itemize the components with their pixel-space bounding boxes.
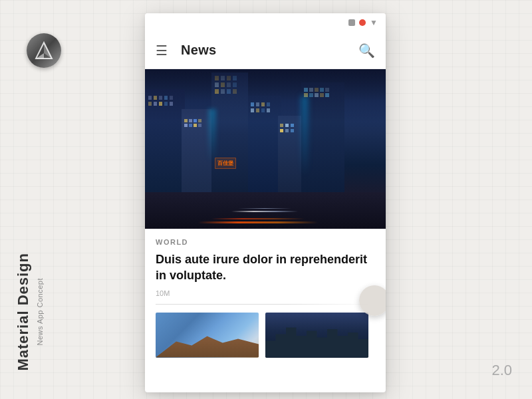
status-dot-circle <box>359 19 366 26</box>
neon-sign: 百佳堡 <box>215 158 236 169</box>
article-category: WORLD <box>156 238 375 246</box>
hero-image: 百佳堡 <box>145 69 386 229</box>
card-thumbnail-2[interactable] <box>265 313 368 358</box>
menu-icon[interactable]: ☰ <box>156 44 168 57</box>
card-thumbnail-1[interactable] <box>156 313 259 358</box>
logo <box>27 33 61 68</box>
status-bar: ▼ <box>145 13 386 32</box>
app-title: News <box>181 43 358 58</box>
content-area: 百佳堡 <box>145 69 386 392</box>
road <box>145 192 386 229</box>
side-label-main: Material Design <box>15 253 32 371</box>
app-bar: ☰ News 🔍 <box>145 32 386 69</box>
fab-button[interactable] <box>359 285 386 316</box>
side-label-sub: News App Concept <box>36 278 44 346</box>
status-dot-square <box>348 19 355 26</box>
version-number: 2.0 <box>491 362 512 379</box>
status-chevron-icon: ▼ <box>370 18 378 27</box>
article-title[interactable]: Duis aute irure dolor in reprehenderit i… <box>156 251 375 284</box>
search-icon[interactable]: 🔍 <box>358 43 375 59</box>
side-label: Material Design News App Concept <box>15 253 44 371</box>
phone-mockup: ▼ ☰ News 🔍 <box>145 13 386 392</box>
article-time: 10M <box>156 289 375 297</box>
article-section: WORLD Duis aute irure dolor in reprehend… <box>145 229 386 304</box>
bottom-cards-row <box>145 305 386 358</box>
